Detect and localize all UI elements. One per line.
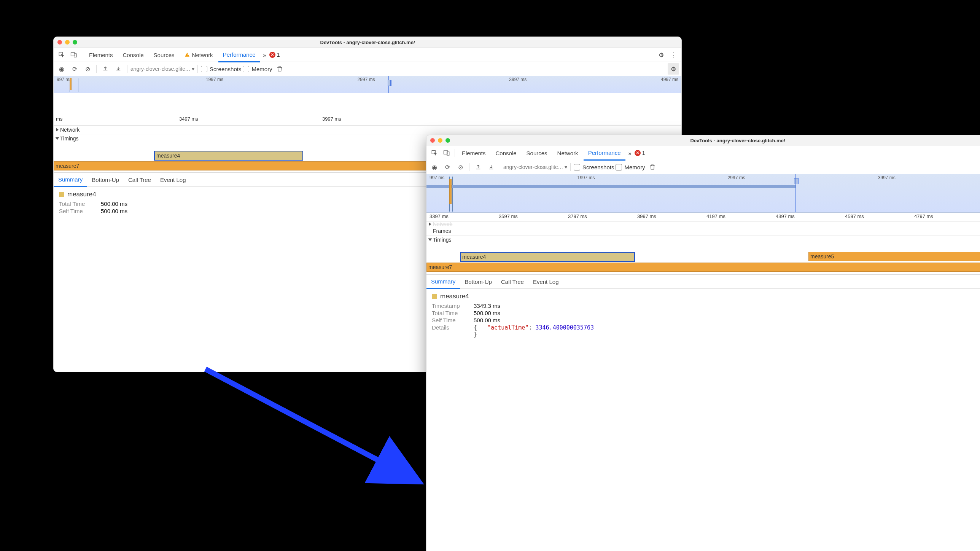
tab-overflow[interactable]: » [261,48,269,62]
reload-record-icon[interactable]: ⟳ [442,161,453,173]
self-time-label: Self Time [59,208,94,214]
tab-sources[interactable]: Sources [522,146,552,160]
error-count: 1 [277,52,280,58]
timing-bar-measure5[interactable]: measure5 [808,252,980,261]
tab-summary[interactable]: Summary [54,172,87,187]
svg-rect-4 [187,56,187,56]
timeline-ruler[interactable]: ms 3497 ms 3997 ms [54,93,681,126]
tab-sources[interactable]: Sources [149,48,179,62]
kebab-menu-icon[interactable]: ⋮ [668,49,679,61]
timing-bar-measure4[interactable]: measure4 [460,252,635,262]
tab-event-log[interactable]: Event Log [156,173,191,186]
upload-icon[interactable] [100,63,111,75]
inspect-element-icon[interactable] [56,49,67,61]
devtools-main-tabs: Elements Console Sources Network Perform… [426,146,980,160]
tab-network-label: Network [192,52,213,58]
reload-record-icon[interactable]: ⟳ [69,63,80,75]
tab-event-log[interactable]: Event Log [528,275,563,288]
ruler-tick: 3997 ms [637,213,656,219]
clear-icon[interactable]: ⊘ [82,63,93,75]
timeline-ruler[interactable]: 3397 ms 3597 ms 3797 ms 3997 ms 4197 ms … [426,213,980,221]
track-network[interactable]: Network [54,126,681,134]
download-icon[interactable] [485,161,497,173]
tab-bottom-up[interactable]: Bottom-Up [87,173,124,186]
total-time-label: Total Time [59,201,94,207]
timings-track[interactable]: measure4 measure5 measure7 [426,244,980,274]
svg-rect-6 [444,151,448,154]
ruler-tick: 3597 ms [499,213,518,219]
error-badge[interactable]: ✕1 [635,150,645,156]
tab-network[interactable]: Network [180,48,218,62]
self-time-label: Self Time [432,317,467,323]
device-toggle-icon[interactable] [68,49,80,61]
tab-bottom-up[interactable]: Bottom-Up [460,275,496,288]
capture-settings-icon[interactable]: ⚙ [668,63,679,75]
recording-select[interactable]: angry-clover-close.glitc… ▾ [503,164,567,170]
tab-performance[interactable]: Performance [218,48,260,62]
memory-checkbox[interactable]: Memory [616,164,645,170]
self-time-value: 500.00 ms [474,317,500,323]
tab-network[interactable]: Network [553,146,583,160]
memory-label: Memory [624,164,645,170]
overview-handle-right[interactable] [388,76,389,93]
checkbox-icon [243,66,249,72]
tab-console[interactable]: Console [118,48,148,62]
screenshots-checkbox[interactable]: Screenshots [574,164,614,170]
ruler-tick: 3497 ms [179,116,198,122]
ruler-tick: 4597 ms [845,213,864,219]
overview-strip[interactable]: 997 ms 1997 ms 2997 ms 3997 ms 4997 ms C… [426,174,980,213]
devtools-window-after: DevTools - angry-clover-close.glitch.me/… [426,135,980,551]
warning-icon [185,52,190,57]
details-json-value: 3346.400000035763 [536,324,594,331]
record-icon[interactable]: ◉ [429,161,440,173]
gc-icon[interactable] [647,161,658,173]
overview-ticks: 997 ms 1997 ms 2997 ms 3997 ms 4997 ms [54,76,681,82]
track-timings[interactable]: Timings [426,236,980,244]
device-toggle-icon[interactable] [441,147,452,159]
performance-toolbar: ◉ ⟳ ⊘ angry-clover-close.glitc… ▾ Screen… [426,160,980,174]
tab-console[interactable]: Console [491,146,521,160]
recording-select[interactable]: angry-clover-close.glitc… ▾ [130,66,194,72]
timing-bar-measure4[interactable]: measure4 [154,151,303,161]
tab-summary[interactable]: Summary [426,274,460,289]
tab-elements[interactable]: Elements [84,48,118,62]
inspect-element-icon[interactable] [429,147,440,159]
memory-checkbox[interactable]: Memory [243,66,272,72]
tab-call-tree[interactable]: Call Tree [124,173,156,186]
tab-performance[interactable]: Performance [584,146,625,161]
expand-icon [429,223,431,226]
details-label: Details [432,324,467,338]
record-icon[interactable]: ◉ [56,63,67,75]
settings-icon[interactable]: ⚙ [655,49,667,61]
upload-icon[interactable] [473,161,484,173]
track-network[interactable]: Network [426,221,980,227]
tab-overflow[interactable]: » [626,146,634,160]
clear-icon[interactable]: ⊘ [455,161,466,173]
error-count: 1 [642,150,645,156]
overview-activity-bar [70,78,72,90]
window-titlebar[interactable]: DevTools - angry-clover-close.glitch.me/ [426,135,980,146]
ruler-tick: 3997 ms [322,116,341,122]
overview-strip[interactable]: 997 ms 1997 ms 2997 ms 3997 ms 4997 ms [54,76,681,93]
memory-label: Memory [251,66,272,72]
timestamp-label: Timestamp [432,303,467,309]
track-label: Frames [433,228,451,234]
self-time-value: 500.00 ms [101,208,127,214]
window-titlebar[interactable]: DevTools - angry-clover-close.glitch.me/ [54,37,681,48]
error-badge[interactable]: ✕1 [269,52,280,58]
tab-call-tree[interactable]: Call Tree [496,275,528,288]
screenshots-checkbox[interactable]: Screenshots [201,66,241,72]
timing-bar-measure7[interactable]: measure7 [426,263,980,272]
ruler-tick: 3397 ms [430,213,449,219]
track-label: Network [433,221,452,227]
ruler-origin: ms [56,116,62,122]
tab-elements[interactable]: Elements [457,146,490,160]
overview-activity-bar [449,179,452,204]
total-time-value: 500.00 ms [474,310,500,316]
collapse-icon [428,239,432,241]
gc-icon[interactable] [274,63,285,75]
track-frames[interactable]: Frames [426,227,980,236]
overview-handle-left[interactable] [795,174,796,212]
download-icon[interactable] [113,63,124,75]
screenshots-label: Screenshots [210,66,241,72]
